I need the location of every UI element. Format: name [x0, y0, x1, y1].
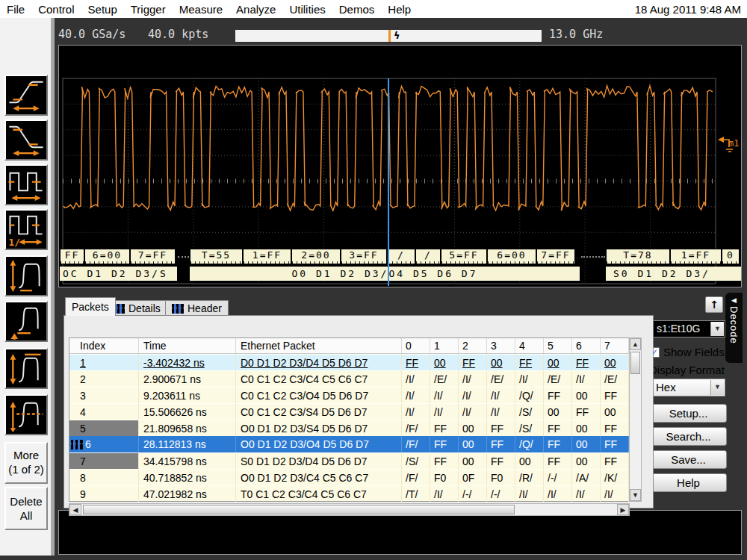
- packet-time: 40.718852 ns: [139, 469, 236, 485]
- left-arrow-icon: ◀: [731, 296, 737, 304]
- decode-symbol-label: O0 D1 D2 D3/O4 D5 D6 D7: [190, 267, 580, 281]
- horizontal-position-slider[interactable]: ϟ: [235, 30, 542, 42]
- scroll-down-arrow[interactable]: ▼: [630, 489, 641, 501]
- packet-byte-7: 00: [601, 403, 629, 420]
- column-header-byte4: 4: [515, 338, 544, 353]
- show-fields-label: Show Fields: [663, 346, 725, 358]
- packet-byte-3: /E/: [487, 370, 515, 387]
- sample-rate: 40.0 GSa/s: [58, 28, 125, 41]
- chevron-down-icon[interactable]: ▼: [710, 380, 724, 395]
- menu-file[interactable]: File: [0, 3, 31, 16]
- minimum-measure-button[interactable]: [4, 301, 48, 342]
- packet-byte-4: 00: [515, 452, 544, 469]
- menu-analyze[interactable]: Analyze: [229, 3, 282, 16]
- help-button[interactable]: Help: [650, 473, 727, 492]
- packet-byte-5: 00: [544, 354, 572, 370]
- packet-row[interactable]: 521.809658 nsO0 D1 D2 D3/S4 D5 D6 D7/F/F…: [69, 420, 629, 436]
- tab-packets[interactable]: Packets: [65, 297, 116, 316]
- tab-label: Packets: [72, 301, 109, 313]
- packet-byte-3: /I/: [487, 403, 515, 420]
- menu-trigger[interactable]: Trigger: [124, 3, 173, 16]
- column-header-byte5: 5: [544, 338, 572, 353]
- horizontal-scroll-thumb[interactable]: [83, 505, 515, 514]
- scroll-right-arrow[interactable]: ▶: [617, 504, 629, 515]
- waveform-display[interactable]: m1 FF6=007=FFOC D1 D2 D3/ST=551=FF2=003=…: [58, 45, 742, 287]
- menu-utilities[interactable]: Utilities: [282, 3, 332, 16]
- packet-byte-6: 00: [572, 420, 601, 436]
- more-button-page: (1 of 2): [6, 463, 46, 477]
- packet-time: 2.900671 ns: [139, 370, 236, 387]
- vertical-scrollbar[interactable]: ▲ ▼: [629, 337, 642, 502]
- period-measure-button[interactable]: [4, 164, 48, 205]
- rise-time-measure-button[interactable]: [4, 75, 48, 116]
- packet-byte-1: F0: [430, 469, 459, 485]
- decode-field-row: T=551=FF2=003=FF//5=FF6=007=FF: [190, 249, 580, 264]
- tab-header[interactable]: Header: [165, 300, 229, 316]
- horizontal-scrollbar[interactable]: ◀ ▶: [69, 503, 630, 516]
- packet-byte-6: /I/: [572, 370, 601, 387]
- delete-all-button[interactable]: Delete All: [4, 487, 48, 530]
- vertical-scroll-thumb[interactable]: [630, 352, 640, 374]
- packet-row[interactable]: 39.203611 nsC0 C1 C2 C3/O4 D5 D6 D7/I//I…: [69, 387, 629, 403]
- packet-byte-7: FF: [601, 387, 629, 403]
- packet-byte-2: 00: [459, 436, 487, 452]
- packet-byte-6: /I/: [572, 485, 601, 502]
- decode-source-select[interactable]: s1:Et10G ▼: [651, 320, 725, 337]
- chevron-down-icon[interactable]: ▼: [710, 322, 724, 336]
- scroll-left-arrow[interactable]: ◀: [69, 504, 81, 515]
- menu-setup[interactable]: Setup: [81, 3, 124, 16]
- show-fields-option[interactable]: ✓ Show Fields: [649, 346, 725, 358]
- decode-field-value: /: [386, 249, 415, 264]
- packet-name: C0 C1 C2 C3/S4 D5 D6 D7: [236, 403, 402, 420]
- packet-row[interactable]: 947.021982 nsT0 C1 C2 C3/C4 C5 C6 C7/T//…: [69, 485, 629, 502]
- packet-row[interactable]: 415.506626 nsC0 C1 C2 C3/S4 D5 D6 D7/I//…: [69, 403, 629, 420]
- menu-help[interactable]: Help: [381, 3, 418, 16]
- decode-side-tab[interactable]: ◀ Decode: [725, 293, 743, 363]
- packet-row[interactable]: 1-3.402432 nsD0 D1 D2 D3/D4 D5 D6 D7FF00…: [69, 354, 629, 370]
- search-button[interactable]: Search...: [650, 427, 727, 446]
- packet-row[interactable]: 22.900671 nsC0 C1 C2 C3/C4 C5 C6 C7/I//E…: [69, 370, 629, 387]
- packet-byte-2: FF: [459, 354, 487, 370]
- peak-peak-measure-button[interactable]: [4, 255, 48, 296]
- packet-byte-1: /I/: [430, 387, 459, 403]
- packet-byte-2: 00: [459, 452, 487, 469]
- decode-field-value: /: [415, 249, 440, 264]
- packets-table-body: IndexTimeEthernet Packet01234567 1-3.402…: [63, 315, 654, 508]
- acquisition-position-marker: [388, 30, 391, 42]
- packet-row[interactable]: 840.718852 nsO0 D1 D2 D3/C4 C5 C6 C7/F/F…: [69, 469, 629, 485]
- table-header-row: IndexTimeEthernet Packet01234567: [69, 338, 629, 354]
- packet-byte-0: /I/: [402, 387, 430, 403]
- packet-byte-5: FF: [544, 387, 572, 403]
- packet-byte-6: 00: [572, 387, 601, 403]
- packet-row[interactable]: 734.415798 nsS0 D1 D2 D3/D4 D5 D6 D7/S/F…: [69, 452, 629, 469]
- trigger-marker: ϟ: [394, 30, 400, 42]
- fall-time-icon: [6, 121, 46, 159]
- packet-byte-7: 00: [601, 354, 629, 370]
- save-button[interactable]: Save...: [650, 450, 727, 469]
- decode-field-row: FF6=007=FF: [60, 249, 177, 264]
- setup-button[interactable]: Setup...: [650, 404, 727, 423]
- packet-byte-4: /I/: [515, 370, 544, 387]
- column-header-time: Time: [139, 338, 236, 353]
- display-format-select[interactable]: Hex ▼: [650, 379, 725, 396]
- scroll-up-arrow[interactable]: ▲: [630, 338, 641, 350]
- decode-field-value: T=78: [607, 249, 669, 264]
- packet-row[interactable]: 628.112813 nsO0 D1 D2 D3/O4 D5 D6 D7/F/F…: [69, 436, 629, 452]
- menu-measure[interactable]: Measure: [173, 3, 229, 16]
- menu-demos[interactable]: Demos: [332, 3, 382, 16]
- average-measure-button[interactable]: [4, 394, 48, 435]
- packet-name: C0 C1 C2 C3/O4 D5 D6 D7: [236, 387, 402, 403]
- decode-field-value: 2=00: [291, 249, 340, 264]
- packet-byte-7: /K/: [601, 469, 629, 485]
- more-button[interactable]: More (1 of 2): [4, 442, 48, 484]
- packet-byte-5: /-/: [544, 469, 572, 485]
- panel-collapse-button[interactable]: ↑: [705, 296, 723, 313]
- packet-byte-6: 00: [572, 436, 601, 452]
- maximum-measure-button[interactable]: [4, 348, 48, 389]
- packet-byte-1: /I/: [430, 485, 459, 502]
- frequency-measure-button[interactable]: 1/: [4, 209, 48, 250]
- menu-control[interactable]: Control: [31, 3, 81, 16]
- packet-byte-2: /I/: [459, 387, 487, 403]
- fall-time-measure-button[interactable]: [4, 119, 48, 161]
- timebase-cursor[interactable]: [388, 78, 389, 286]
